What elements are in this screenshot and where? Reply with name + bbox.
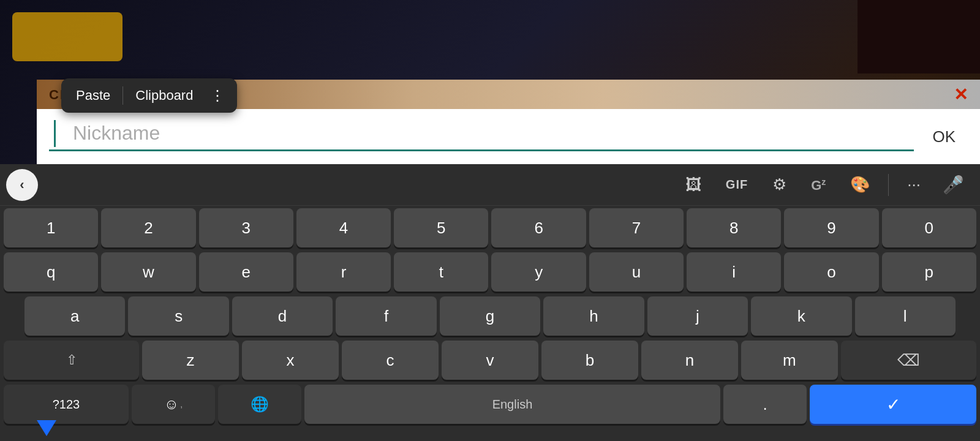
translate-button[interactable]: Gz [799,170,838,199]
clipboard-button[interactable]: Clipboard [126,83,203,108]
key-d[interactable]: d [232,296,333,336]
backspace-icon: ⌫ [897,351,920,370]
num-sym-key[interactable]: ?123 [4,385,129,424]
palette-icon: 🎨 [850,175,870,194]
text-cursor-triangle [37,420,56,436]
key-s[interactable]: s [128,296,228,336]
asdf-row: a s d f g h j k l [0,294,980,338]
keyboard-toolbar: ‹ 🖼 GIF ⚙ Gz 🎨 ··· 🎤 [0,164,980,206]
keyboard-back-button[interactable]: ‹ [6,169,38,201]
key-o[interactable]: o [784,252,878,292]
enter-key[interactable]: ✓ [810,385,976,424]
emoji-key[interactable]: ☺ , [132,385,215,424]
palette-button[interactable]: 🎨 [838,170,882,199]
key-j[interactable]: j [647,296,748,336]
input-underline [49,149,914,151]
key-l[interactable]: l [855,296,956,336]
period-key[interactable]: . [723,385,807,424]
key-v[interactable]: v [442,341,538,380]
key-2[interactable]: 2 [101,208,195,247]
globe-icon: 🌐 [251,396,269,413]
key-t[interactable]: t [394,252,488,292]
key-c[interactable]: c [342,341,439,380]
close-button[interactable]: ✕ [954,86,968,104]
shift-key[interactable]: ⇧ [4,341,139,380]
globe-key[interactable]: 🌐 [218,385,301,424]
context-menu: Paste Clipboard ⋮ [61,78,237,113]
key-4[interactable]: 4 [296,208,391,247]
number-row: 1 2 3 4 5 6 7 8 9 0 [0,206,980,250]
input-area: Nickname OK [37,109,980,164]
context-menu-divider [123,86,123,105]
key-9[interactable]: 9 [784,208,878,247]
key-w[interactable]: w [101,252,195,292]
backspace-key[interactable]: ⌫ [841,341,976,380]
comma-label: , [180,399,183,409]
key-g[interactable]: g [440,296,540,336]
shift-icon: ⇧ [66,352,77,368]
key-e[interactable]: e [199,252,293,292]
more-toolbar-button[interactable]: ··· [895,170,933,199]
zxcv-row: ⇧ z x c v b n m ⌫ [0,338,980,382]
key-n[interactable]: n [641,341,738,380]
key-m[interactable]: m [741,341,838,380]
key-1[interactable]: 1 [4,208,98,247]
more-options-button[interactable]: ⋮ [203,82,232,109]
key-6[interactable]: 6 [491,208,586,247]
key-r[interactable]: r [296,252,391,292]
mic-icon: 🎤 [943,175,964,194]
bg-dark-element [858,0,980,74]
keyboard: ‹ 🖼 GIF ⚙ Gz 🎨 ··· 🎤 1 2 3 4 5 6 7 8 9 0 [0,164,980,441]
back-icon: ‹ [20,177,24,193]
key-f[interactable]: f [336,296,436,336]
key-k[interactable]: k [751,296,851,336]
key-u[interactable]: u [589,252,684,292]
emoji-icon: ☺ [164,396,179,413]
key-0[interactable]: 0 [882,208,976,247]
bottom-row: ?123 ☺ , 🌐 English . ✓ [0,382,980,426]
key-a[interactable]: a [24,296,125,336]
key-q[interactable]: q [4,252,98,292]
nickname-input-wrapper: Nickname [49,120,914,154]
space-key[interactable]: English [304,385,721,424]
sticker-button[interactable]: 🖼 [673,170,714,199]
enter-checkmark-icon: ✓ [886,394,900,415]
ok-button[interactable]: OK [920,127,968,146]
gear-icon: ⚙ [772,175,786,194]
translate-icon: Gz [811,178,826,193]
key-3[interactable]: 3 [199,208,293,247]
key-i[interactable]: i [687,252,781,292]
qwerty-row: q w e r t y u i o p [0,250,980,294]
gif-button[interactable]: GIF [714,173,760,197]
key-7[interactable]: 7 [589,208,684,247]
key-x[interactable]: x [242,341,339,380]
key-b[interactable]: b [541,341,638,380]
mic-button[interactable]: 🎤 [933,170,974,200]
key-p[interactable]: p [882,252,976,292]
key-z[interactable]: z [142,341,239,380]
key-y[interactable]: y [491,252,586,292]
key-8[interactable]: 8 [687,208,781,247]
paste-button[interactable]: Paste [66,83,120,108]
bg-yellow-element [12,12,123,61]
key-h[interactable]: h [543,296,644,336]
settings-button[interactable]: ⚙ [760,170,799,199]
sticker-icon: 🖼 [685,175,701,194]
toolbar-divider [888,174,889,196]
nickname-placeholder[interactable]: Nickname [61,122,160,145]
key-5[interactable]: 5 [394,208,488,247]
